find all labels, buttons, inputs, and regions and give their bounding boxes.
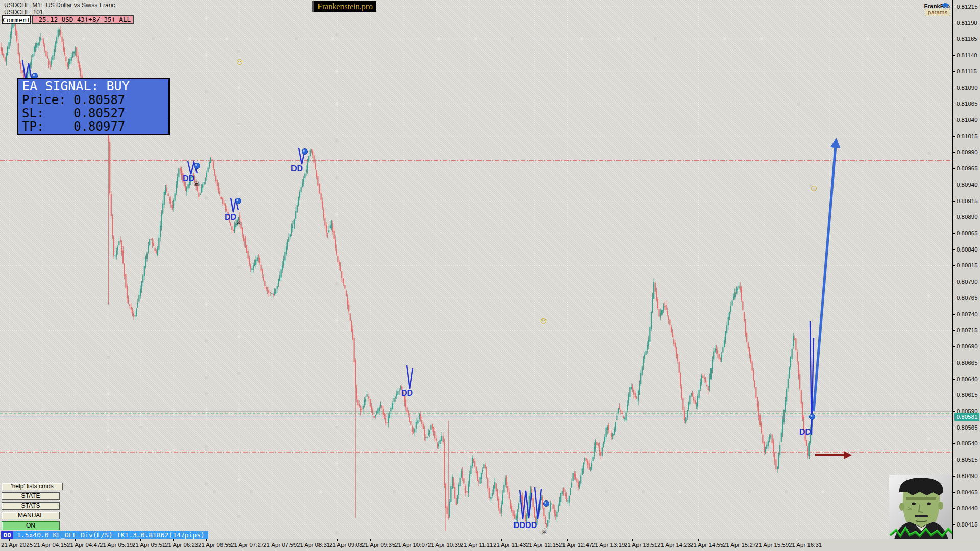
dd-label: DD [401,389,413,397]
price-label: 0.80515 [957,457,978,463]
time-tick [370,539,371,541]
info-ball-icon [544,501,549,507]
price-tick [953,282,955,282]
side-button-help[interactable]: 'help' lists cmds [2,483,63,490]
price-label: 0.80965 [957,165,978,171]
time-label: 21 Apr 06:23 [165,542,198,548]
params-button[interactable]: params [925,9,950,16]
side-button-manual[interactable]: MANUAL [2,512,60,519]
time-tick [42,539,42,541]
time-label: 21 Apr 10:07 [395,542,428,548]
time-tick [501,539,502,541]
price-tick [953,152,955,153]
price-tick [953,460,955,460]
time-label: 21 Apr 11:43 [493,542,526,548]
time-label: 21 Apr 14:23 [657,542,691,548]
price-tick [953,217,955,217]
time-label: 21 Apr 05:19 [100,542,133,548]
smiley-icon [811,186,817,191]
ea-signal-panel: EA SIGNAL: BUY Price: 0.80587 SL: 0.8052… [17,78,170,135]
price-axis[interactable]: 0.812150.811900.811650.811400.811150.810… [952,0,980,539]
price-label: 0.80940 [957,182,978,188]
time-tick [698,539,699,541]
price-tick [953,443,955,444]
side-button-state[interactable]: STATE [2,492,60,500]
price-label: 0.80665 [957,360,978,366]
time-label: 21 Apr 07:27 [231,542,264,548]
time-tick [173,539,174,541]
time-tick [797,539,797,541]
time-label: 21 Apr 09:35 [362,542,395,548]
time-label: 21 Apr 12:15 [526,542,559,548]
price-tick [953,104,955,104]
time-axis[interactable]: 21 Apr 202521 Apr 04:1521 Apr 04:4721 Ap… [0,539,980,551]
price-label: 0.81040 [957,117,978,123]
price-label: 0.80790 [957,279,978,285]
price-label: 0.80765 [957,295,978,301]
price-tick [953,185,955,185]
price-tick [953,395,955,395]
price-tick [953,265,955,266]
skull-icon: ☠ [541,527,548,535]
time-label: 21 Apr 04:15 [34,542,67,548]
price-tick [953,492,955,493]
price-label: 0.80815 [957,262,978,268]
time-label: 21 Apr 15:27 [723,542,756,548]
time-label: 21 Apr 11:11 [460,542,493,548]
dd-zigzag-marker [407,365,413,389]
comment-button[interactable]: Comment [2,15,31,24]
price-tick [953,428,955,428]
time-tick [272,539,272,541]
price-tick [953,120,955,120]
price-label: 0.80565 [957,424,978,431]
price-label: 0.80890 [957,214,978,220]
time-tick [469,539,469,541]
frankenstein-portrait [889,475,953,539]
time-tick [337,539,338,541]
side-button-on[interactable]: ON [2,521,60,530]
time-label: 21 Apr 13:51 [624,542,657,548]
side-button-stats[interactable]: STATS [2,502,60,510]
dd-label: DD [183,174,194,183]
time-label: 21 Apr 06:55 [198,542,231,548]
price-tick [953,508,955,509]
price-tick [953,88,955,88]
price-label: 0.80865 [957,230,978,236]
time-tick [305,539,305,541]
watermark-label: Frankenstein.pro [312,1,376,12]
chart-canvas[interactable]: DDDDDDDDDDDDDD☠☠☠ USDCHF, M1: US Dollar … [0,0,952,539]
dd-label: DDDD [513,521,537,530]
price-label: 0.80640 [957,376,978,382]
time-tick [731,539,731,541]
price-label: 0.80715 [957,327,978,333]
time-tick [764,539,764,541]
price-tick [953,476,955,477]
price-label: 0.81190 [957,20,977,26]
info-ball-icon [194,163,200,169]
price-tick [953,168,955,169]
time-label: 21 Apr 09:03 [329,542,362,548]
time-label: 21 Apr 07:59 [263,542,297,548]
price-label: 0.80440 [957,505,978,511]
time-tick [9,539,10,541]
dd-status-bar: DD 1.5x40.0 KL_OFF Div(F/S) TK1.3=0.8186… [1,531,208,539]
price-label: 0.80990 [957,149,978,155]
time-label: 21 Apr 05:51 [132,542,165,548]
price-label: 0.81140 [957,52,977,58]
time-label: 21 Apr 13:19 [592,542,625,548]
time-label: 21 Apr 04:47 [67,542,100,548]
time-tick [108,539,108,541]
symbol-title: USDCHF, M1: US Dollar vs Swiss Franc [4,2,115,9]
smiley-icon [237,59,242,65]
account-summary: -25.12 USD 43(+8/-35) ALL [32,15,134,24]
price-label: 0.80840 [957,246,978,253]
price-tick [953,249,955,250]
price-label: 0.80615 [957,392,978,398]
dd-label: DD [225,213,236,221]
buy-projection-arrow[interactable] [814,140,836,411]
time-tick [206,539,207,541]
price-tick [953,346,955,347]
price-label: 0.81065 [957,101,978,107]
skull-icon: ☠ [193,180,200,188]
price-tick [953,55,955,56]
